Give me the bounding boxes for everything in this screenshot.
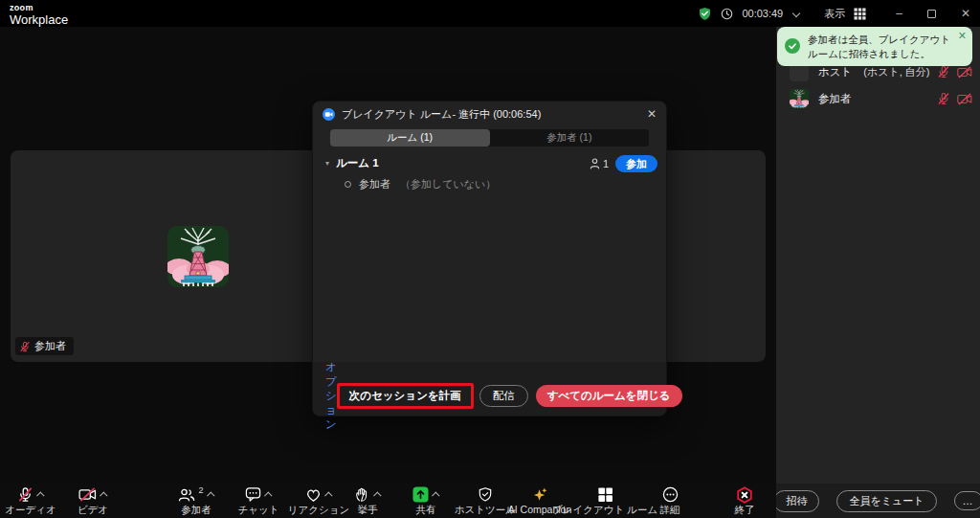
raise-hand-chevron-icon[interactable]: [373, 491, 381, 499]
success-check-icon: [785, 38, 800, 54]
mute-all-button[interactable]: 全員をミュート: [836, 490, 936, 512]
share-screen-icon[interactable]: [412, 486, 429, 503]
title-bar: zoom Workplace 00:03:49 表示: [0, 0, 980, 27]
plan-next-session-button[interactable]: 次のセッションを計画: [340, 386, 471, 406]
member-name: 参加者: [359, 177, 390, 191]
member-status-ring-icon: [345, 181, 351, 188]
participant-name: 参加者: [818, 92, 852, 106]
dialog-footer: オプション 次のセッションを計画 配信 すべてのルームを閉じる: [313, 362, 666, 416]
participants-count-badge: 2: [198, 485, 203, 495]
video-off-icon: [957, 66, 972, 79]
brand-workplace: Workplace: [10, 13, 68, 26]
video-off-icon: [957, 93, 972, 105]
panel-footer: 招待 全員をミュート …: [776, 484, 980, 518]
dialog-title: ブレイクアウト ルーム- 進行中 (00:06:54): [342, 107, 640, 122]
room-member-row: 参加者 （参加していない）: [313, 175, 666, 192]
zoom-app-icon: [323, 108, 335, 121]
dialog-close-icon[interactable]: ✕: [647, 107, 657, 121]
meeting-timer: 00:03:49: [742, 8, 783, 19]
room-row[interactable]: ▾ ルーム 1 1 参加: [313, 153, 666, 173]
meeting-toolbar: オーディオ ビデオ 2 参加者: [0, 484, 776, 518]
zoom-meeting-window: zoom Workplace 00:03:49 表示: [0, 0, 980, 518]
room-participant-count: 1: [603, 158, 609, 169]
host-tools-shield-icon[interactable]: [478, 486, 493, 503]
heart-reaction-icon[interactable]: [305, 487, 322, 503]
member-status: （参加していない）: [400, 177, 496, 191]
close-all-rooms-button[interactable]: すべてのルームを閉じる: [536, 385, 682, 407]
share-chevron-icon[interactable]: [432, 491, 439, 499]
encryption-shield-icon[interactable]: [698, 7, 712, 21]
dialog-header: ブレイクアウト ルーム- 進行中 (00:06:54) ✕: [313, 101, 666, 126]
toolbar-label: 詳細: [630, 504, 710, 517]
toolbar-label: 終了: [704, 504, 785, 517]
toast-message: 参加者は全員、ブレイクアウト ルームに招待されました。: [808, 33, 953, 60]
chat-chevron-icon[interactable]: [264, 491, 272, 499]
brand-zoom: zoom: [10, 4, 68, 12]
minimize-button[interactable]: –: [896, 8, 902, 19]
gallery-grid-icon[interactable]: [854, 8, 866, 20]
broadcast-button[interactable]: 配信: [479, 385, 528, 407]
muted-mic-icon: [937, 92, 950, 105]
person-count-icon: [590, 158, 600, 169]
window-close-button[interactable]: ✕: [961, 8, 970, 19]
participant-avatar-image: [167, 226, 229, 287]
end-meeting-icon[interactable]: [736, 486, 753, 504]
toolbar-end-meeting[interactable]: 終了: [704, 485, 785, 517]
room-collapse-caret-icon[interactable]: ▾: [325, 159, 329, 168]
raise-hand-icon[interactable]: [355, 486, 370, 503]
participant-avatar: [790, 89, 809, 108]
room-name: ルーム 1: [336, 156, 590, 170]
invitation-toast: 参加者は全員、ブレイクアウト ルームに招待されました。 ✕: [777, 27, 972, 66]
audio-chevron-icon[interactable]: [36, 491, 44, 499]
maximize-button[interactable]: [927, 10, 936, 18]
muted-mic-icon: [937, 65, 950, 79]
muted-mic-icon: [19, 341, 31, 352]
breakout-rooms-icon[interactable]: [597, 486, 613, 503]
red-highlight-box: 次のセッションを計画: [337, 383, 474, 409]
tab-participants[interactable]: 参加者 (1): [490, 129, 650, 146]
video-off-icon[interactable]: [78, 487, 97, 502]
zoom-workplace-logo: zoom Workplace: [10, 1, 68, 26]
chat-icon[interactable]: [245, 486, 261, 503]
participants-chevron-icon[interactable]: [207, 491, 214, 499]
participant-name: ホスト: [818, 65, 852, 79]
muted-mic-icon[interactable]: [17, 486, 33, 503]
participant-row-participant[interactable]: 参加者: [776, 86, 980, 111]
timer-chevron-down-icon[interactable]: [792, 10, 800, 17]
video-participant-name: 参加者: [34, 339, 66, 353]
video-chevron-icon[interactable]: [100, 491, 107, 499]
toolbar-more[interactable]: 詳細: [630, 485, 710, 517]
join-room-button[interactable]: 参加: [615, 155, 657, 172]
toolbar-label: ビデオ: [53, 504, 133, 517]
options-link[interactable]: オプション: [325, 360, 337, 432]
tab-rooms[interactable]: ルーム (1): [330, 129, 490, 146]
clock-icon: [721, 8, 733, 20]
participants-panel: ホスト (ホスト, 自分) 参加者 招待 全員をミュート …: [776, 27, 980, 518]
breakout-rooms-dialog: ブレイクアウト ルーム- 進行中 (00:06:54) ✕ ルーム (1) 参加…: [312, 101, 667, 417]
more-ellipsis-icon[interactable]: [662, 486, 679, 503]
participants-icon[interactable]: [178, 487, 195, 503]
view-button-label[interactable]: 表示: [824, 7, 845, 21]
ai-companion-sparkle-icon[interactable]: [532, 486, 548, 503]
toolbar-video[interactable]: ビデオ: [53, 485, 133, 517]
panel-more-button[interactable]: …: [954, 491, 980, 510]
video-name-label: 参加者: [15, 337, 74, 355]
toast-close-icon[interactable]: ✕: [958, 30, 967, 42]
dialog-tab-bar: ルーム (1) 参加者 (1): [330, 129, 649, 146]
participant-detail: (ホスト, 自分): [863, 65, 937, 79]
